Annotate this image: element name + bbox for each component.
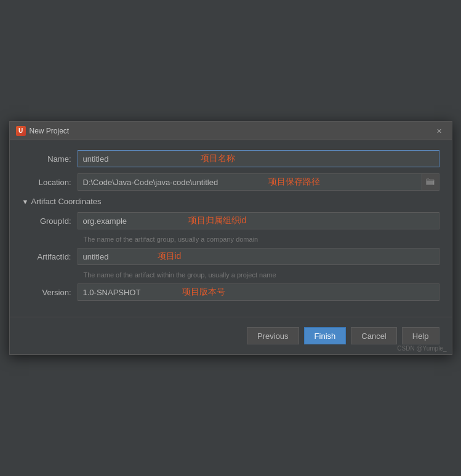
dialog-content: Name: 项目名称 Location: 项目保存路径 (10, 140, 452, 317)
artifactid-row: ArtifactId: 项目id (22, 248, 439, 265)
help-button[interactable]: Help (402, 327, 439, 344)
name-label: Name: (22, 154, 78, 164)
name-input-wrap: 项目名称 (78, 150, 439, 167)
title-bar-left: U New Project (16, 126, 70, 136)
cancel-button[interactable]: Cancel (351, 327, 396, 344)
groupid-input-wrap: 项目归属组织id (78, 212, 439, 229)
dialog-title: New Project (30, 127, 70, 135)
version-row: Version: 项目版本号 (22, 284, 439, 301)
location-input-wrap: 项目保存路径 (78, 173, 439, 191)
watermark: CSDN @Yumple_ (397, 345, 446, 352)
folder-button[interactable] (422, 173, 439, 191)
previous-button[interactable]: Previous (247, 327, 299, 344)
artifact-section-header: ▼ Artifact Coordinates (22, 197, 439, 206)
location-row: Location: 项目保存路径 (22, 173, 439, 191)
groupid-label: GroupId: (22, 216, 78, 226)
artifactid-input[interactable] (78, 248, 439, 265)
location-input[interactable] (78, 173, 422, 191)
artifact-section-label: Artifact Coordinates (31, 197, 101, 206)
artifact-arrow[interactable]: ▼ (22, 198, 29, 205)
name-row: Name: 项目名称 (22, 150, 439, 167)
groupid-input[interactable] (78, 212, 439, 229)
new-project-dialog: U New Project × Name: 项目名称 Location: (9, 121, 452, 355)
artifactid-label: ArtifactId: (22, 252, 78, 261)
close-button[interactable]: × (433, 125, 446, 137)
groupid-row: GroupId: 项目归属组织id (22, 212, 439, 229)
artifactid-input-wrap: 项目id (78, 248, 439, 265)
version-input-wrap: 项目版本号 (78, 284, 439, 301)
name-input[interactable] (78, 150, 439, 167)
version-label: Version: (22, 288, 78, 297)
dialog-footer: Previous Finish Cancel Help CSDN @Yumple… (10, 317, 452, 354)
title-bar: U New Project × (10, 122, 452, 140)
location-label: Location: (22, 178, 78, 187)
artifactid-help: The name of the artifact within the grou… (84, 271, 439, 279)
artifact-section: GroupId: 项目归属组织id The name of the artifa… (22, 212, 439, 301)
app-icon: U (16, 126, 26, 136)
finish-button[interactable]: Finish (304, 327, 347, 344)
version-input[interactable] (78, 284, 439, 301)
groupid-help: The name of the artifact group, usually … (84, 236, 439, 243)
